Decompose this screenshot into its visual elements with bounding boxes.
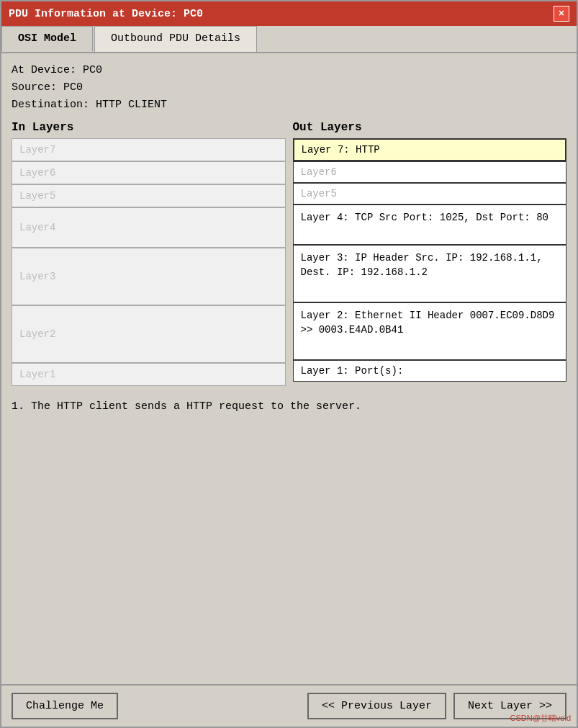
destination: Destination: HTTP CLIENT bbox=[12, 96, 566, 114]
in-layer7[interactable]: Layer7 bbox=[12, 138, 286, 161]
out-layer3[interactable]: Layer 3: IP Header Src. IP: 192.168.1.1,… bbox=[293, 245, 567, 302]
tab-outbound[interactable]: Outbound PDU Details bbox=[94, 26, 257, 52]
in-layer4[interactable]: Layer4 bbox=[12, 207, 286, 248]
out-layer5[interactable]: Layer5 bbox=[293, 183, 567, 205]
at-device: At Device: PC0 bbox=[12, 62, 566, 79]
tab-osi[interactable]: OSI Model bbox=[1, 26, 93, 52]
source: Source: PC0 bbox=[12, 79, 566, 96]
description-text: 1. The HTTP client sends a HTTP request … bbox=[12, 399, 566, 415]
device-info: At Device: PC0 Source: PC0 Destination: … bbox=[12, 62, 566, 114]
layers-container: In Layers Layer7 Layer6 Layer5 Layer4 La… bbox=[12, 121, 566, 386]
tab-bar: OSI Model Outbound PDU Details bbox=[1, 26, 577, 53]
out-layer2[interactable]: Layer 2: Ethernet II Header 0007.EC09.D8… bbox=[293, 302, 567, 360]
window-title: PDU Information at Device: PC0 bbox=[9, 8, 203, 20]
in-layer6[interactable]: Layer6 bbox=[12, 161, 286, 184]
in-layers-header: In Layers bbox=[12, 121, 286, 134]
content-area: At Device: PC0 Source: PC0 Destination: … bbox=[1, 53, 577, 684]
close-button[interactable]: × bbox=[554, 6, 569, 22]
in-layer3[interactable]: Layer3 bbox=[12, 248, 286, 305]
footer: Challenge Me << Previous Layer Next Laye… bbox=[1, 684, 577, 727]
in-layer2[interactable]: Layer2 bbox=[12, 305, 286, 363]
watermark: CSDN@甘晴void bbox=[510, 713, 571, 724]
prev-layer-button[interactable]: << Previous Layer bbox=[307, 693, 446, 719]
in-layer5[interactable]: Layer5 bbox=[12, 184, 286, 207]
out-layer7[interactable]: Layer 7: HTTP bbox=[293, 138, 567, 161]
out-layer6[interactable]: Layer6 bbox=[293, 161, 567, 183]
out-layer1[interactable]: Layer 1: Port(s): bbox=[293, 360, 567, 382]
main-window: PDU Information at Device: PC0 × OSI Mod… bbox=[0, 0, 578, 728]
out-layers-column: Out Layers Layer 7: HTTP Layer6 Layer5 L… bbox=[293, 121, 567, 386]
out-layers-header: Out Layers bbox=[293, 121, 567, 134]
in-layers-column: In Layers Layer7 Layer6 Layer5 Layer4 La… bbox=[12, 121, 286, 386]
challenge-button[interactable]: Challenge Me bbox=[12, 693, 118, 719]
out-layer4[interactable]: Layer 4: TCP Src Port: 1025, Dst Port: 8… bbox=[293, 205, 567, 245]
in-layer1[interactable]: Layer1 bbox=[12, 363, 286, 386]
title-bar: PDU Information at Device: PC0 × bbox=[1, 1, 577, 26]
